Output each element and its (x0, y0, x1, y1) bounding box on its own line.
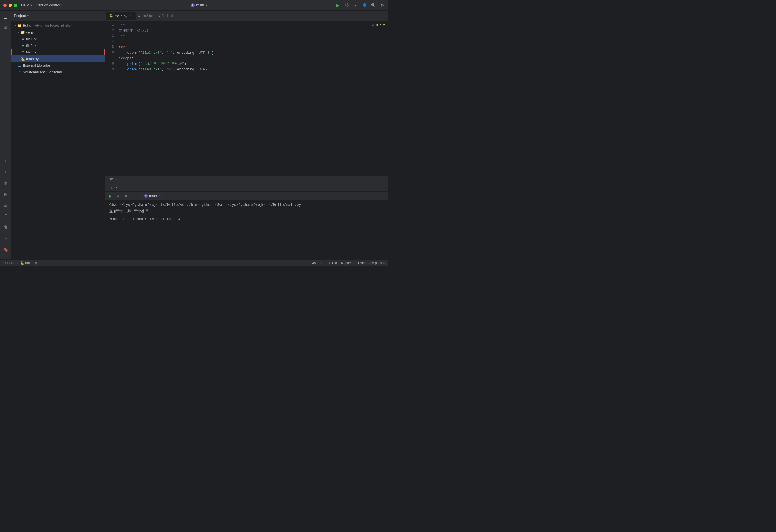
close-button[interactable] (3, 4, 7, 7)
status-encoding[interactable]: LF (320, 261, 324, 265)
tab-main-py[interactable]: 🐍 main.py × (107, 12, 136, 20)
run-path-line: /Users/zyq/PycharmProjects/Hello/venv/bi… (109, 202, 385, 208)
tree-item-venv[interactable]: › 📁 venv (11, 29, 105, 35)
code-line-4 (119, 39, 386, 44)
structure-icon[interactable]: ⊞ (1, 23, 10, 32)
editor-status: except (105, 176, 388, 182)
bottom-tabs: Run (105, 182, 388, 192)
run-output-text: 出现异常，进行异常处理 (109, 210, 148, 214)
bulb-icon[interactable]: 💡 (117, 67, 117, 71)
branch-selector[interactable]: ⊙ main ▾ (191, 3, 207, 7)
run-tab[interactable]: Run (108, 184, 120, 192)
editor-code[interactable]: """ 文件操作 代码示例 """ try: (117, 21, 388, 176)
print-icon[interactable]: 🖨 (1, 212, 10, 221)
menu-hello[interactable]: Hello ▾ (21, 3, 32, 7)
run-exit-line: Process finished with exit code 0 (109, 216, 385, 222)
main-layout: ⊞ ⋯ ↑ ↓ ⊕ ▶ ⊟ 🖨 🗑 ⚠ 🔖 Project ▾ ▾ 📁 Hell… (0, 11, 388, 259)
titlebar-right: ▶ 🐞 ⋯ 👤 🔍 ⚙ (335, 3, 385, 8)
run-tab-pill[interactable]: ⊙ main × (142, 193, 162, 198)
status-python[interactable]: Python 3.8 (Hello) (358, 261, 385, 265)
editor-wrapper: ⚠ 3 ∧ ∨ 1 2 3 4 5 6 7 8 9 (105, 21, 388, 182)
run-tab-close-icon[interactable]: × (158, 194, 160, 198)
status-left: ⊙ Hello › 🐍 main.py (3, 261, 37, 265)
run-again-icon[interactable]: ▶ (107, 193, 114, 199)
titlebar-menu: Hello ▾ Version control ▾ (21, 3, 63, 7)
user-icon[interactable]: 👤 (362, 3, 367, 8)
rerun-icon[interactable]: ↺ (115, 193, 122, 199)
layers-icon[interactable]: ⊕ (1, 179, 10, 187)
stop-icon[interactable]: ■ (123, 193, 129, 199)
more-run-icon[interactable]: ⋯ (133, 193, 139, 199)
menu-vc-label: Version control (36, 3, 60, 7)
tree-item-file2txt[interactable]: ≡ file2.txt (11, 42, 105, 49)
status-bar: ⊙ Hello › 🐍 main.py 9:45 LF UTF-8 4 spac… (0, 259, 388, 266)
search-icon[interactable]: 🔍 (371, 3, 376, 8)
tab-label-file2-txt: file2.txt (142, 14, 153, 18)
bottom-toolbar: ▶ ↺ ■ ⋯ ⊙ main × (105, 192, 388, 200)
status-right: 9:45 LF UTF-8 4 spaces Python 3.8 (Hello… (310, 261, 385, 265)
status-indent[interactable]: 4 spaces (341, 261, 354, 265)
tree-item-external-libs[interactable]: › 🗃 External Libraries (11, 62, 105, 69)
close-main-py-icon[interactable]: × (129, 14, 133, 18)
svg-rect-2 (4, 18, 7, 19)
tab-label-main-py: main.py (115, 14, 128, 18)
tree-label-hello-path: ~/PycharmProjects/Hello (33, 24, 71, 27)
git-icon[interactable]: ↑ (1, 156, 10, 165)
folder-icon-extlibs: 🗃 (17, 63, 22, 68)
status-mainpy[interactable]: 🐍 main.py (20, 261, 37, 265)
more-icon[interactable]: ⋯ (353, 3, 358, 8)
line-num-7: 7 (112, 55, 114, 61)
code-line-6: open("file3.txt", "r", encoding="UTF-8") (119, 50, 386, 55)
tree-label-external-libs: External Libraries (23, 63, 51, 68)
tree-label-file1txt: file1.txt (26, 37, 37, 41)
tree-item-file1txt[interactable]: ≡ file1.txt (11, 35, 105, 42)
svg-rect-1 (4, 17, 7, 17)
run-config-icon[interactable]: ▶ (1, 190, 10, 198)
menu-version-control[interactable]: Version control ▾ (36, 3, 63, 7)
tab-file1-txt[interactable]: ≡ file1.txt (156, 12, 176, 20)
plugins-icon[interactable]: ⋯ (1, 33, 10, 42)
branch-chevron-icon: ▾ (206, 4, 207, 7)
status-charset[interactable]: UTF-8 (328, 261, 337, 265)
editor-container: 1 2 3 4 5 6 7 8 9 """ (105, 21, 388, 176)
project-icon[interactable] (1, 13, 10, 22)
txt-icon-file2: ≡ (20, 43, 25, 48)
code-line-7: except: (119, 55, 386, 61)
minimize-button[interactable] (9, 4, 12, 7)
code-line-3: """ (119, 33, 386, 39)
more-tabs-icon[interactable]: ⋯ (380, 13, 385, 18)
settings-icon[interactable]: ⚙ (380, 3, 385, 8)
status-hello[interactable]: ⊙ Hello (3, 261, 15, 265)
git-down-icon[interactable]: ↓ (1, 167, 10, 176)
code-line-8: print("出现异常，进行异常处理") (119, 61, 386, 66)
tab-file2-txt[interactable]: ≡ file2.txt (136, 12, 156, 20)
branch-name: main (196, 3, 204, 7)
tree-label-venv: venv (26, 30, 33, 34)
line-num-3: 3 (112, 33, 114, 39)
txt-icon-file3: ≡ (20, 50, 25, 54)
tabs-actions: ⋯ (380, 13, 387, 18)
tree-label-mainpy: main.py (26, 57, 39, 61)
tree-item-file3txt[interactable]: ≡ file3.txt (11, 49, 105, 55)
code-line-2: 文件操作 代码示例 (119, 28, 386, 33)
debug-icon[interactable]: 🐞 (344, 3, 349, 8)
tree-item-mainpy[interactable]: 🐍 main.py (11, 55, 105, 62)
chevron-down-icon: ▾ (30, 4, 32, 7)
editor-gutter: 1 2 3 4 5 6 7 8 9 (105, 21, 117, 176)
terminal-icon[interactable]: ⊟ (1, 201, 10, 210)
txt-tab-icon-file1: ≡ (159, 14, 161, 18)
bookmark-icon[interactable]: 🔖 (1, 245, 10, 254)
spacer-file2 (17, 44, 20, 47)
code-line-1: """ (119, 22, 386, 28)
trash-icon[interactable]: 🗑 (1, 223, 10, 232)
folder-icon-venv: 📁 (20, 30, 25, 34)
line-num-4: 4 (112, 39, 114, 44)
tree-item-scratches[interactable]: ≡ Scratches and Consoles (11, 69, 105, 75)
branch-icon: ⊙ (191, 3, 195, 7)
svg-rect-0 (4, 15, 7, 16)
tree-item-hello-root[interactable]: ▾ 📁 Hello ~/PycharmProjects/Hello (11, 22, 105, 29)
status-position[interactable]: 9:45 (310, 261, 316, 265)
run-icon[interactable]: ▶ (335, 3, 340, 8)
maximize-button[interactable] (14, 4, 17, 7)
warning-panel-icon[interactable]: ⚠ (1, 234, 10, 243)
